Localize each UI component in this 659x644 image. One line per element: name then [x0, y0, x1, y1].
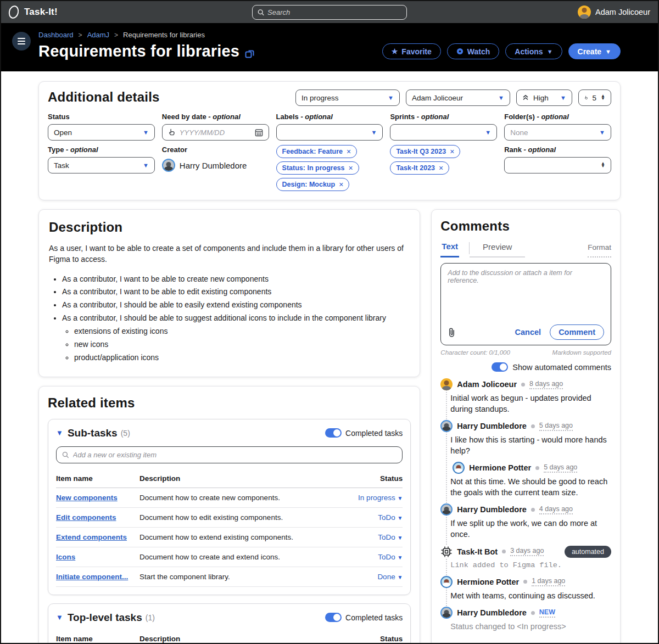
sprint-chip[interactable]: Task-It 2023×: [390, 161, 449, 175]
completed-tasks-toggle[interactable]: [325, 428, 342, 438]
description-sub-bullet: product/application icons: [74, 352, 410, 363]
status-select[interactable]: Open ▼: [48, 124, 155, 141]
completed-tasks-toggle[interactable]: [325, 613, 342, 622]
show-automated-toggle[interactable]: [492, 362, 508, 372]
comment-time[interactable]: 1 days ago: [532, 577, 565, 586]
comment-time[interactable]: 3 days ago: [510, 547, 544, 556]
tab-text[interactable]: Text: [440, 242, 459, 257]
label-chip[interactable]: Design: Mockup×: [276, 178, 350, 191]
close-icon[interactable]: ×: [339, 180, 343, 189]
comment-item: Harry Dumbledore 4 days ago If we split …: [440, 503, 611, 540]
item-link[interactable]: New components: [56, 494, 118, 502]
breadcrumb-dashboard[interactable]: Dashboard: [38, 31, 74, 39]
stepper-arrows-icon[interactable]: ▲▼: [601, 95, 605, 100]
cancel-button[interactable]: Cancel: [515, 328, 541, 337]
comments-title: Comments: [440, 219, 611, 234]
status-dropdown[interactable]: ToDo ▼: [378, 533, 403, 541]
date-input[interactable]: YYYY/MM/DD: [162, 124, 269, 141]
creator-value: Harry Dumbledore: [162, 157, 269, 172]
status-dropdown[interactable]: ToDo ▼: [378, 513, 403, 522]
col-description: Description: [139, 631, 341, 644]
table-row: Initiate component... Start the componen…: [56, 567, 403, 586]
item-link[interactable]: Extend components: [56, 533, 127, 541]
main-content: Additional details In progress ▼ Adam Jo…: [1, 71, 658, 644]
avatar: [440, 378, 453, 390]
tab-preview[interactable]: Preview: [470, 242, 525, 257]
comment-text: Link added to Figma file.: [450, 561, 611, 570]
format-button[interactable]: Format: [588, 243, 611, 257]
close-icon[interactable]: ×: [347, 147, 351, 156]
details-fields: Status Open ▼ Type - optional Task ▼: [48, 113, 611, 191]
comment-time[interactable]: 5 days ago: [544, 463, 577, 473]
avatar: [453, 462, 465, 474]
chevron-down-icon: ▼: [560, 94, 566, 101]
close-icon[interactable]: ×: [450, 147, 454, 156]
item-link[interactable]: Icons: [56, 553, 75, 561]
comment-editor[interactable]: Add to the discussion or attach a item f…: [440, 263, 611, 345]
need-by-date-field: Need by date - optional YYYY/MM/DD: [162, 113, 269, 141]
add-item-box[interactable]: [56, 446, 403, 463]
close-icon[interactable]: ×: [439, 164, 443, 172]
sprints-select[interactable]: ▼: [390, 124, 497, 141]
rank-stepper[interactable]: ▲▼: [504, 157, 611, 173]
status-dropdown[interactable]: In progress ▼: [358, 494, 403, 502]
app-logo[interactable]: Task-It!: [9, 5, 252, 19]
labels-select[interactable]: ▼: [276, 124, 383, 141]
type-select[interactable]: Task ▼: [48, 157, 155, 173]
collapse-icon[interactable]: ▼: [56, 429, 63, 437]
add-item-input[interactable]: [73, 451, 397, 459]
related-items-panel: Related items ▼ Sub-tasks (5) Completed …: [38, 386, 420, 644]
create-button[interactable]: Create ▼: [568, 43, 621, 59]
comment-time[interactable]: 8 days ago: [529, 380, 563, 389]
comment-time[interactable]: 5 days ago: [539, 422, 573, 431]
calendar-icon[interactable]: [255, 128, 263, 137]
dot-icon: [502, 550, 506, 553]
favorite-button[interactable]: ★ Favorite: [382, 43, 441, 59]
markdown-note: Markdown supported: [552, 349, 611, 356]
chevron-down-icon: ▼: [498, 94, 504, 101]
type-field: Type - optional Task ▼: [48, 145, 155, 173]
subtasks-title[interactable]: Sub-tasks: [68, 427, 118, 439]
toplevel-tasks-section: ▼ Top-level tasks (1) Completed tasks It…: [48, 603, 411, 644]
menu-button[interactable]: [12, 32, 31, 51]
quick-assignee-select[interactable]: Adam Jolicoeur ▼: [406, 89, 510, 106]
char-count: Character count: 0/1,000: [440, 349, 510, 356]
actions-button[interactable]: Actions ▼: [505, 43, 562, 59]
stepper-arrows-icon[interactable]: ▲▼: [601, 163, 605, 168]
col-status: Status: [341, 471, 403, 488]
collapse-icon[interactable]: ▼: [56, 613, 63, 621]
sprint-chip[interactable]: Task-It Q3 2023×: [390, 145, 460, 158]
label-chip[interactable]: Status: In progress×: [276, 161, 359, 175]
copy-icon[interactable]: [245, 49, 255, 59]
status-dropdown[interactable]: Done ▼: [377, 573, 403, 581]
chevron-down-icon: ▼: [371, 129, 377, 136]
label-chip[interactable]: Feedback: Feature×: [276, 145, 358, 158]
user-menu[interactable]: Adam Jolicoeur: [407, 5, 650, 19]
comment-time[interactable]: 4 days ago: [539, 505, 573, 514]
comment-submit-button[interactable]: Comment: [550, 324, 604, 340]
item-description: Document how to create and extend icons.: [139, 547, 341, 567]
priority-select[interactable]: High ▼: [516, 89, 572, 106]
comment-time-new[interactable]: NEW: [539, 608, 555, 618]
item-link[interactable]: Edit components: [56, 513, 116, 522]
toplevel-title[interactable]: Top-level tasks: [68, 612, 142, 624]
global-search[interactable]: [252, 5, 407, 20]
comment-text: Not at this time. We should be good to r…: [450, 477, 611, 498]
folders-field: Folder(s) - optional None ▼: [504, 113, 611, 141]
chevron-right-icon: >: [114, 31, 118, 39]
watch-button[interactable]: Watch: [447, 43, 499, 59]
chevron-down-icon: ▼: [605, 48, 611, 55]
paperclip-icon[interactable]: [448, 328, 455, 337]
quick-status-select[interactable]: In progress ▼: [295, 89, 400, 106]
folders-select[interactable]: None ▼: [504, 124, 611, 141]
close-icon[interactable]: ×: [349, 164, 353, 172]
comment-list: Adam Jolicoeur 8 days ago Initial work a…: [440, 378, 611, 632]
dot-icon: [531, 508, 535, 512]
watch-icon: [456, 48, 463, 55]
item-link[interactable]: Initiate component...: [56, 573, 128, 581]
description-bullets: As a contributor, I want to be able to c…: [62, 274, 410, 363]
breadcrumb-adamj[interactable]: AdamJ: [87, 31, 109, 39]
status-dropdown[interactable]: ToDo ▼: [378, 553, 403, 561]
search-input[interactable]: [267, 8, 401, 16]
points-stepper[interactable]: 5 ▲▼: [578, 89, 611, 106]
